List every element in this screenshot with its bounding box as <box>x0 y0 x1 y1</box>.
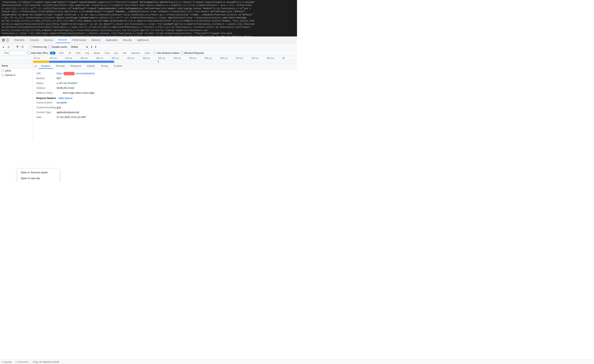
tab-console[interactable]: Console <box>27 38 41 43</box>
timeline-tick-6: 350 ms <box>126 57 142 59</box>
blocked-requests-input[interactable] <box>181 52 183 54</box>
code-line: a=r(0),i=r(32),n=r(3),s=r(36),o=r(37),c=… <box>2 20 295 22</box>
has-blocked-cookies-input[interactable] <box>154 52 156 54</box>
url-value: https://xxxxxxxx.com/module/pdf.js <box>57 72 95 75</box>
timeline-tick-7: 400 ms <box>142 57 157 59</box>
timeline-tick-0: 50 ms <box>33 57 49 59</box>
mobile-icon[interactable] <box>6 38 9 42</box>
timeline-tick-5: 300 ms <box>111 57 126 59</box>
method-row: Method: GET <box>36 77 294 80</box>
filter-tag-js[interactable]: JS <box>67 52 73 54</box>
date-value: 27 Oct 2020 14:41:10 GMT <box>57 115 86 119</box>
stop-button[interactable]: ⊘ <box>7 45 11 49</box>
url-suffix: .com/module/pdf.js <box>74 72 95 75</box>
detail-close-button[interactable]: ✕ <box>35 65 37 68</box>
tab-lighthouse[interactable]: Lighthouse <box>135 38 151 43</box>
svg-rect-2 <box>2 40 3 41</box>
toolbar-separator <box>11 38 11 42</box>
timeline-tick-13: 700 ms <box>235 57 250 59</box>
blocked-requests-checkbox[interactable]: Blocked Requests <box>181 52 204 54</box>
policy-row: Referrer Policy: strict-origin-when-cros… <box>36 91 294 95</box>
search-button[interactable] <box>21 45 25 49</box>
detail-tab-initiator[interactable]: Initiator <box>85 64 97 69</box>
disable-cache-checkbox[interactable]: Disable cache <box>48 46 67 48</box>
filter-tag-css[interactable]: CSS <box>74 52 82 54</box>
filter-tag-img[interactable]: Img <box>84 52 91 54</box>
request-item-favicon[interactable]: favicon.ic <box>0 73 33 77</box>
detail-tab-preview[interactable]: Preview <box>54 64 67 69</box>
timeline-tick-14: 750 ms <box>250 57 266 59</box>
main-area: Name pdf.js favicon.ic ✕ Headers Preview… <box>0 63 297 140</box>
preserve-log-checkbox[interactable]: Preserve log <box>30 46 47 48</box>
filter-tag-manifest[interactable]: Manifest <box>130 52 142 54</box>
encoding-value: gzip <box>57 106 61 109</box>
method-label: Method: <box>36 77 57 80</box>
request-checkbox-favicon[interactable] <box>2 74 4 76</box>
hide-data-urls-checkbox[interactable]: Hide data URLs <box>27 52 48 54</box>
tab-application[interactable]: Application <box>103 38 120 43</box>
svg-point-7 <box>22 46 23 47</box>
filter-tag-xhr[interactable]: XHR <box>57 52 65 54</box>
record-button[interactable]: ● <box>2 45 5 49</box>
type-row: Content-Type: application/javascript <box>36 110 294 114</box>
request-item-pdfjs[interactable]: pdf.js <box>0 68 33 73</box>
import-icon[interactable]: ⬆ <box>90 45 93 49</box>
filter-tag-media[interactable]: Media <box>92 52 101 54</box>
svg-rect-0 <box>2 39 3 40</box>
has-blocked-cookies-label: Has blocked cookies <box>157 52 179 54</box>
request-name-pdfjs: pdf.js <box>5 69 11 72</box>
view-source-link[interactable]: view source <box>58 97 72 100</box>
type-label: Content-Type: <box>36 110 57 114</box>
url-label: URL: <box>36 72 57 75</box>
filter-tag-all[interactable]: All <box>50 52 55 54</box>
disable-cache-input[interactable] <box>48 46 51 48</box>
timeline-tick-10: 550 ms <box>188 57 204 59</box>
menu-item-open-sources[interactable]: Open in Sources panel <box>17 169 60 175</box>
url-prefix: https:// <box>57 72 64 75</box>
preserve-log-input[interactable] <box>30 46 32 48</box>
request-checkbox-pdfjs[interactable] <box>2 69 4 72</box>
tab-sources[interactable]: Sources <box>41 38 55 43</box>
filter-tag-doc[interactable]: Doc <box>113 52 120 54</box>
filter-input[interactable] <box>2 51 26 55</box>
date-row: Date: 27 Oct 2020 14:41:10 GMT <box>36 115 294 119</box>
hide-data-urls-input[interactable] <box>27 52 30 54</box>
disable-cache-label: Disable cache <box>52 46 67 48</box>
tab-security[interactable]: Security <box>121 38 134 43</box>
tab-elements[interactable]: Elements <box>12 38 27 43</box>
detail-content: URL: https://xxxxxxxx.com/module/pdf.js … <box>33 69 297 140</box>
menu-item-open-tab[interactable]: Open in new tab <box>17 175 60 181</box>
code-line: !function(e,t){"object"==typeof exports&… <box>2 1 295 4</box>
export-icon[interactable]: ⬇ <box>94 45 97 49</box>
has-blocked-cookies-checkbox[interactable]: Has blocked cookies <box>154 52 179 54</box>
detail-tab-response[interactable]: Response <box>68 64 84 69</box>
inspect-icon[interactable] <box>2 38 5 42</box>
timeline-header: 50 ms 100 ms 150 ms 200 ms 250 ms 300 ms… <box>0 56 297 60</box>
toolbar-sep-2 <box>27 45 27 49</box>
detail-tab-cookies[interactable]: Cookies <box>111 64 125 69</box>
context-menu: Open in Sources panel Open in new tab Cl… <box>17 169 60 182</box>
filter-button[interactable] <box>16 45 19 49</box>
code-line: function(e){var t={};function r(a){if(t[… <box>2 4 295 7</box>
detail-tab-headers[interactable]: Headers <box>39 64 53 69</box>
filter-tag-font[interactable]: Font <box>103 52 111 54</box>
cache-control-value: no-cache <box>57 101 67 104</box>
throttle-select[interactable]: Online No throttling Fast 3G Slow 3G <box>69 45 89 49</box>
menu-label-open-sources: Open in Sources panel <box>21 171 47 174</box>
tab-memory[interactable]: Memory <box>89 38 103 43</box>
request-list: Name pdf.js favicon.ic <box>0 63 33 140</box>
address-row: Address: 39.96.252.3:443 <box>36 86 294 90</box>
svg-line-8 <box>23 47 24 48</box>
filter-tag-other[interactable]: Other <box>143 52 152 54</box>
url-row: URL: https://xxxxxxxx.com/module/pdf.js <box>36 72 294 75</box>
code-line: a=r(7),i=r(34),n=r(2),s=r(35),o=Object.d… <box>2 29 295 32</box>
request-headers-title: Request Headers view source <box>36 97 294 100</box>
svg-rect-1 <box>4 39 5 40</box>
tab-network[interactable]: Network <box>56 37 69 43</box>
tab-performance[interactable]: Performance <box>70 38 89 43</box>
code-line: {try{return!l(e)}catch(e){return!0}}},fu… <box>2 26 295 29</box>
preserve-log-label: Preserve log <box>33 46 47 48</box>
filter-tag-ws[interactable]: WS <box>122 52 128 54</box>
request-name-favicon: favicon.ic <box>5 74 15 77</box>
detail-tab-timing[interactable]: Timing <box>98 64 110 69</box>
